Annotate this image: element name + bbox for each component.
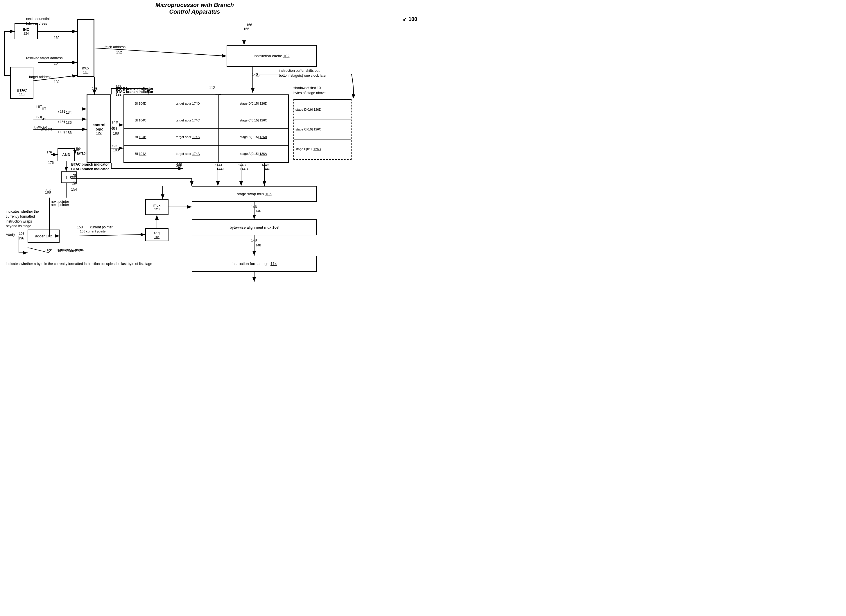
table-row: stage C[0:9] 126C [294,119,351,139]
w146-label: 146 [251,205,257,209]
indicates-wrap-label: indicates whether the currently formatte… [6,209,73,229]
w156-label: 156 [71,181,77,185]
w158-label: 158 [77,225,83,229]
ifl-label: instruction format logic 114 [232,262,276,266]
mux128-ref: 128 [154,207,160,211]
btac-branch-top-label: BTAC branch indicator [116,87,153,91]
next-pointer-label: next pointer [51,203,69,207]
w148-label: 148 [251,238,257,242]
svg-text:158  current pointer: 158 current pointer [80,229,107,233]
w144c-label: 144C [263,167,271,171]
svg-text:193: 193 [112,144,117,148]
w144b-label: 144B [240,167,248,171]
mux118-label: mux [82,66,90,70]
w168-label: 168 [92,87,98,91]
w142-label: 142 [252,73,258,77]
mux118-ref: 118 [83,70,88,74]
w164-label: 164 [54,61,60,65]
shadow-box: stage D[0:9] 126D stage C[0:9] 126C stag… [294,99,351,160]
fetch-addr-label: fetch address [104,45,125,49]
control-logic-box: control logic 122 [87,94,111,163]
mux118-box: mux 118 [77,19,94,77]
table-row: BI 104D target addr 174D stage D[0:15] 1… [124,95,288,112]
table-row: BI 104A target addr 174A stage A[0:15] 1… [124,145,288,162]
w136-num: / 136 [64,121,72,125]
ref-100: ↙ 100 [402,16,417,22]
w192-label: 192 [116,93,122,97]
w172-label: 172 [45,249,51,253]
w193-label: 193 [113,148,119,152]
svg-text:166: 166 [246,23,252,27]
svg-text:148: 148 [256,244,261,247]
w112-label: 112 [209,86,215,90]
svg-line-61 [78,234,145,236]
w134-label: HIT / 134 [64,110,72,115]
svg-line-3 [94,48,227,56]
inc-ref: 124 [24,32,29,35]
adder-label: adder 182 [35,234,52,238]
w176-label: 176 [48,161,54,165]
btac-ref: 116 [19,93,24,96]
fwrap-label: fwrap [77,151,85,155]
w186-num: / 186 [64,131,72,135]
and-gate-box: AND [57,148,75,161]
bytewise-mux-box: byte-wise alignment mux 108 [192,219,317,235]
reg184-box: reg 184 [145,228,169,241]
shadow-table: stage D[0:9] 126D stage C[0:9] 126C stag… [294,99,351,159]
svg-text:144C: 144C [261,163,269,167]
svg-text:176: 176 [47,150,52,154]
w188-label: 188 [113,131,119,135]
resolved-target-label: resolved target address [26,56,62,60]
icache-label: instruction cache 102 [254,54,290,58]
btac-box: BTAC 116 [10,67,34,99]
inc-label: INC [23,27,29,32]
cl-label: control logic [93,123,105,131]
table-row: stage D[0:9] 126D [294,100,351,119]
hit-label: HIT [41,107,46,111]
svg-text:144B: 144B [238,163,246,167]
reg-ref: 184 [154,235,160,238]
bwrap-label: BWRAP [41,127,53,131]
table-row: stage B[0:9] 126B [294,139,351,159]
shadow-note: shadow of first 10 bytes of stage above [294,86,351,96]
svg-text:146: 146 [256,209,261,213]
and-label: AND [62,153,70,157]
mux128-label: mux [153,203,161,207]
instr-length-label: instruction length [58,249,85,253]
mux128-box: mux 128 [145,199,169,215]
diagram-title: Microprocessor with Branch Control Appar… [122,2,267,15]
btac-branch-bot-label: BTAC branch indicator [71,167,109,171]
svg-text:196: 196 [19,232,24,235]
table-row: BI 104B target addr 174B stage B[0:15] 1… [124,129,288,146]
instruction-cache-box: instruction cache 102 [227,45,317,67]
w162-label: 162 [54,36,60,40]
carry-label: carry [7,232,15,237]
shift-label: shift [110,125,116,129]
w132-label: 132 [54,80,60,84]
svg-text:BTAC branch indicator: BTAC branch indicator [71,162,109,166]
instr-format-box: instruction format logic 114 [192,256,317,272]
svg-text:144A: 144A [215,163,223,167]
svg-text:shift: shift [112,120,119,124]
target-address-label: target address [29,75,51,79]
reg-label: reg [154,231,160,235]
bam-label: byte-wise alignment mux 108 [230,225,279,229]
w196-label: 196 [18,236,24,240]
ssm-label: stage swap mux 106 [237,192,271,196]
neq-label: != 0 [66,175,72,179]
diagram: Microprocessor with Branch Control Appar… [0,0,423,308]
sbi-label: SBI [41,117,46,121]
adder-box: adder 182 [28,229,60,243]
w166-label: 166 [244,27,249,31]
w198-label: 198 [45,190,51,194]
w144a-label: 144A [216,167,225,171]
btac-label: BTAC [16,88,27,93]
indicates-byte-label: indicates whether a byte in the currentl… [6,262,151,266]
stage-table: BI 104D target addr 174D stage D[0:15] 1… [123,94,289,163]
w154-label: 154 [71,187,77,191]
table-row: BI 104C target addr 174C stage C[0:15] 1… [124,112,288,129]
next-seq-label: next sequential fetch address [26,17,50,26]
current-pointer-label: current pointer [90,225,112,229]
instr-buffer-note: instruction buffer shifts out bottom sta… [279,68,351,78]
stage-swap-mux-box: stage swap mux 106 [192,186,317,202]
